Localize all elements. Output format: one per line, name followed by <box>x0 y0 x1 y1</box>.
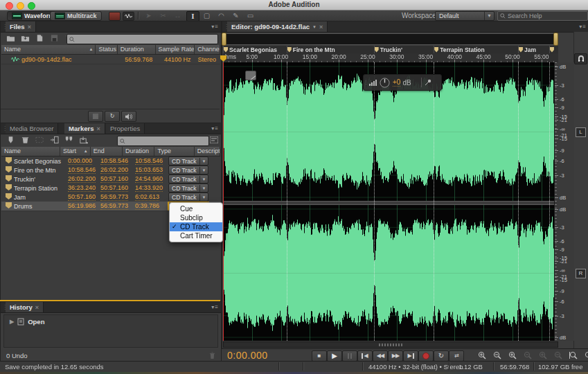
hud-dock-widget[interactable] <box>245 71 256 80</box>
spectral-display-toggle[interactable] <box>109 12 121 21</box>
column-header-type[interactable]: Type <box>154 147 194 156</box>
column-header-name[interactable]: Name▲ <box>1 45 96 54</box>
chevron-down-icon[interactable]: ▼ <box>312 25 317 29</box>
tab-markers[interactable]: Markers× <box>64 123 105 134</box>
close-icon[interactable]: × <box>28 24 31 30</box>
markers-table-header[interactable]: NameStart▲EndDurationTypeDescription <box>1 147 220 157</box>
waveform-display-toggle[interactable] <box>123 12 134 21</box>
list-options-icon[interactable] <box>208 135 220 145</box>
tab-history[interactable]: History× <box>6 302 44 312</box>
column-header-end[interactable]: End <box>91 147 123 156</box>
multitrack-view-button[interactable]: Multitrack <box>50 11 102 21</box>
navigator-right-handle[interactable] <box>553 33 558 46</box>
save-file-icon[interactable] <box>48 33 60 43</box>
zoom-out-horizontal-button[interactable] <box>491 350 504 360</box>
tab-editor[interactable]: Editor: gd90-09-14d2.flac ▼ × <box>227 21 328 32</box>
zoom-in-horizontal-button[interactable] <box>476 350 489 360</box>
marker-row[interactable]: Fire on the Mtn10:58.54626:02.20015:03.6… <box>1 166 220 175</box>
channel-divider[interactable] <box>223 201 554 205</box>
ribbon-marker[interactable] <box>549 46 555 53</box>
menu-item-subclip[interactable]: Subclip <box>170 213 222 222</box>
marker-type-dropdown[interactable]: CD Track▼ <box>168 166 208 175</box>
stop-button[interactable]: ■ <box>312 350 327 362</box>
column-header-description[interactable]: Description <box>195 147 220 156</box>
close-icon[interactable]: × <box>319 24 323 30</box>
column-header-sample-rate[interactable]: Sample Rate <box>156 45 195 54</box>
gain-value[interactable]: +0 <box>393 78 400 87</box>
paintbrush-selection-tool-icon[interactable]: ✎ <box>230 11 242 20</box>
files-search-input[interactable] <box>66 34 218 44</box>
right-channel-waveform[interactable] <box>223 205 554 341</box>
zoom-out-vertical-button[interactable] <box>552 350 565 360</box>
horizontal-scrollbar[interactable] <box>223 341 558 348</box>
trash-icon[interactable] <box>206 350 218 360</box>
close-icon[interactable]: × <box>96 125 100 132</box>
import-file-icon[interactable] <box>19 33 31 43</box>
export-markers-icon[interactable] <box>78 135 89 145</box>
marker-row[interactable]: Scarlet Begonias0:00.00010:58.54610:58.5… <box>1 157 220 166</box>
zoom-in-vertical-button[interactable] <box>537 350 550 360</box>
zoom-to-in-point-button[interactable] <box>567 350 580 360</box>
ribbon-marker[interactable]: Truckin' <box>374 46 402 53</box>
go-to-start-button[interactable]: ◀ <box>357 350 373 362</box>
delete-marker-icon[interactable] <box>19 135 31 145</box>
marker-row[interactable]: Truckin'26:02.20050:57.16024:54.960CD Tr… <box>1 175 220 184</box>
go-to-end-button[interactable]: ▶ <box>403 350 418 362</box>
files-autoplay-button[interactable] <box>121 111 136 122</box>
add-marker-icon[interactable] <box>5 135 17 145</box>
close-icon[interactable]: × <box>35 304 39 311</box>
marker-type-dropdown[interactable]: CD Track▼ <box>168 193 208 202</box>
files-table-header[interactable]: Name▲StatusDurationSample RateChannels <box>1 45 220 55</box>
panel-menu-icon[interactable]: ▾≡ <box>211 304 219 310</box>
db-ruler[interactable]: dB-3-6-9-15-21-∞-21-15-9-6-3dBdB-3-6-9-1… <box>554 62 574 341</box>
select-range-icon[interactable] <box>34 135 46 145</box>
search-help-input[interactable]: Search Help <box>497 11 588 21</box>
grip-icon[interactable]: ⋮⋮ <box>364 80 369 85</box>
tab-files[interactable]: Files× <box>6 21 36 32</box>
timeline-ruler[interactable]: hms 5:0010:0015:0020:0025:0030:0035:0040… <box>223 53 558 63</box>
skip-selection-button[interactable]: ⇄ <box>449 350 464 362</box>
markers-search-input[interactable] <box>117 136 209 146</box>
column-header-name[interactable]: Name <box>1 147 60 156</box>
marker-type-dropdown[interactable]: CD Track▼ <box>168 184 208 193</box>
left-channel-badge[interactable]: L <box>576 127 586 137</box>
pin-icon[interactable] <box>425 79 431 86</box>
fast-forward-button[interactable]: ▶▶ <box>388 350 403 362</box>
gain-hud[interactable]: ⋮⋮ +0 dB <box>363 74 442 91</box>
menu-item-cue[interactable]: Cue <box>170 204 222 213</box>
spot-healing-brush-tool-icon[interactable]: ▭ <box>244 11 256 20</box>
tab-media-browser[interactable]: Media Browser <box>6 123 58 134</box>
column-header-channels[interactable]: Channels <box>195 45 220 54</box>
right-channel-badge[interactable]: R <box>576 269 586 278</box>
marker-row[interactable]: Terrapin Station36:23.24050:57.16014:33.… <box>1 184 220 193</box>
open-file-icon[interactable] <box>5 33 17 43</box>
column-header-duration[interactable]: Duration <box>118 45 156 54</box>
play-button[interactable]: ▶ <box>327 350 342 362</box>
workspace-select[interactable]: Default ▼ <box>435 11 495 21</box>
file-row[interactable]: gd90-09-14d2.flac56:59.76844100 HzStereo <box>1 55 220 64</box>
column-header-status[interactable]: Status <box>96 45 117 54</box>
time-selection-tool-icon[interactable]: I <box>186 11 199 21</box>
rewind-button[interactable]: ◀◀ <box>373 350 388 362</box>
ribbon-marker[interactable]: Fire on the Mtn <box>287 46 335 53</box>
marquee-selection-tool-icon[interactable]: ▢ <box>201 11 213 20</box>
new-item-icon[interactable] <box>34 33 46 43</box>
navigator-left-handle[interactable] <box>222 33 226 46</box>
files-loop-button[interactable]: ↻ <box>105 111 120 122</box>
lasso-selection-tool-icon[interactable]: ◠ <box>215 11 227 20</box>
marker-type-dropdown[interactable]: CD Track▼ <box>168 175 208 184</box>
panel-menu-icon[interactable]: ▾≡ <box>211 24 219 30</box>
ribbon-marker[interactable]: Terrapin Station <box>434 46 485 53</box>
ribbon-marker[interactable]: Scarlet Begonias <box>223 46 277 53</box>
zoom-to-out-point-button[interactable] <box>582 350 588 360</box>
panel-menu-icon[interactable]: ▾≡ <box>579 24 587 30</box>
files-play-button[interactable]: ▶ <box>88 111 103 122</box>
panel-menu-icon[interactable]: ▾≡ <box>211 125 219 132</box>
insert-into-playlist-icon[interactable] <box>48 135 60 145</box>
gain-knob-icon[interactable] <box>380 78 390 88</box>
menu-item-cart-timer[interactable]: Cart Timer <box>170 231 222 240</box>
snap-magnet-icon[interactable] <box>574 53 587 64</box>
waveform-display[interactable] <box>223 62 554 341</box>
history-entry-open[interactable]: ▶ Open <box>10 318 44 326</box>
tab-properties[interactable]: Properties <box>106 123 145 134</box>
